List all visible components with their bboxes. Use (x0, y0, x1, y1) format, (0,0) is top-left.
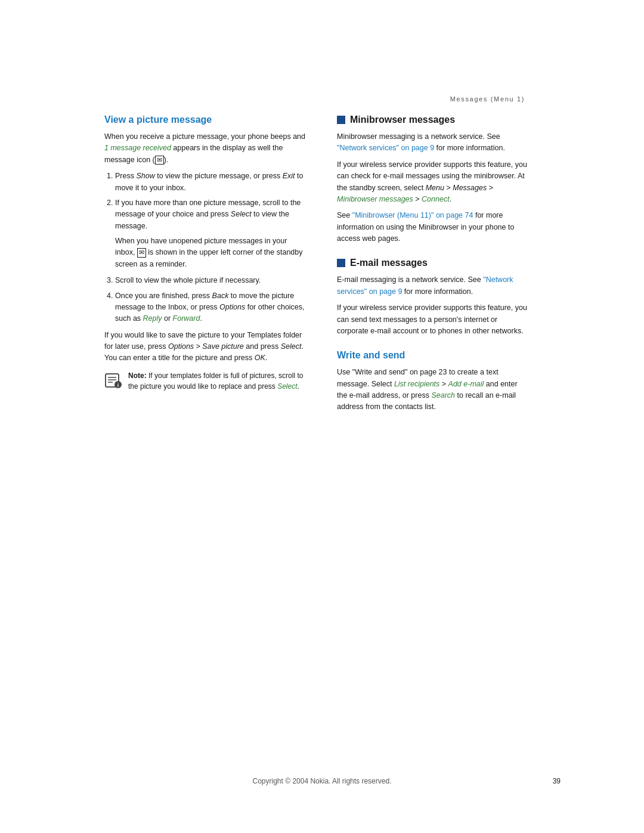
step4-back: Back (212, 292, 229, 300)
header-text: Messages (Menu 1) (450, 95, 525, 103)
intro-paragraph: When you receive a picture message, your… (104, 131, 307, 166)
view-picture-message-title: View a picture message (104, 114, 307, 125)
page-footer: Copyright © 2004 Nokia. All rights reser… (0, 777, 644, 785)
minibrowser-para2: If your wireless service provider suppor… (337, 159, 528, 206)
save-options: Options (168, 342, 194, 351)
envelope-icon: ✉ (155, 156, 164, 165)
step4-forward: Forward (173, 314, 200, 323)
step4-options: Options (219, 303, 245, 311)
minibrowser-box-icon (337, 116, 345, 124)
svg-text:i: i (117, 382, 119, 388)
intro-link: 1 message received (104, 144, 171, 152)
step4-reply: Reply (143, 314, 162, 323)
note-label: Note: (128, 371, 147, 380)
page-number: 39 (553, 777, 561, 785)
email-box-icon (337, 259, 345, 267)
email-link1: "Network services" on page 9 (337, 275, 513, 295)
step2-select: Select (231, 210, 252, 218)
minibrowser-para3: See "Minibrowser (Menu 11)" on page 74 f… (337, 210, 528, 244)
minibrowser-title: Minibrowser messages (350, 114, 455, 125)
minibrowser-connect: Connect (422, 195, 450, 203)
save-picture-link: Save picture (202, 342, 243, 351)
minibrowser-messages-link: Minibrowser messages (337, 195, 413, 203)
step2-text: If you have more than one picture messag… (115, 199, 301, 230)
step2-note-para: When you have unopened picture messages … (115, 236, 307, 270)
write-search: Search (431, 391, 455, 400)
right-column: Minibrowser messages Minibrowser messagi… (337, 114, 528, 418)
step-1: Press Show to view the picture message, … (115, 171, 307, 194)
step1-text: Press Show to view the picture message, … (115, 172, 303, 191)
step-2: If you have more than one picture messag… (115, 197, 307, 270)
step1-show: Show (136, 172, 154, 180)
note-text: Note: If your templates folder is full o… (128, 370, 307, 392)
left-column: View a picture message When you receive … (104, 114, 307, 418)
write-and-send-para1: Use "Write and send" on page 23 to creat… (337, 367, 528, 413)
step4-text: Once you are finished, press Back to mov… (115, 292, 305, 323)
minibrowser-messages: Messages (453, 184, 487, 192)
minibrowser-link1: "Network services" on page 9 (337, 144, 434, 152)
step1-exit: Exit (283, 172, 295, 180)
write-and-send-title: Write and send (337, 350, 528, 361)
write-list-recipients: List recipients (394, 380, 439, 388)
minibrowser-title-container: Minibrowser messages (337, 114, 528, 125)
content-area: View a picture message When you receive … (0, 109, 644, 454)
write-add-email: Add e-mail (448, 380, 484, 388)
email-para1: E-mail messaging is a network service. S… (337, 274, 528, 298)
minibrowser-link2: "Minibrowser (Menu 11)" on page 74 (352, 211, 473, 219)
copyright-text: Copyright © 2004 Nokia. All rights reser… (253, 777, 392, 785)
note-box: i Note: If your templates folder is full… (104, 370, 307, 392)
step2-envelope: ✉ (137, 248, 146, 257)
minibrowser-para1: Minibrowser messaging is a network servi… (337, 131, 528, 154)
save-select: Select (281, 342, 302, 351)
page: Messages (Menu 1) View a picture message… (0, 0, 644, 833)
page-header: Messages (Menu 1) (0, 0, 644, 109)
step-3: Scroll to view the whole picture if nece… (115, 275, 307, 286)
intro-text: When you receive a picture message, your… (104, 132, 305, 141)
steps-list: Press Show to view the picture message, … (104, 171, 307, 325)
intro-text3: ). (164, 156, 169, 164)
minibrowser-menu: Menu (426, 184, 444, 192)
note-icon: i (104, 371, 122, 389)
save-ok: OK (255, 354, 265, 362)
step-4: Once you are finished, press Back to mov… (115, 290, 307, 325)
note-select: Select (277, 382, 297, 391)
step3-text: Scroll to view the whole picture if nece… (115, 276, 261, 284)
email-title-container: E-mail messages (337, 258, 528, 268)
email-para2: If your wireless service provider suppor… (337, 302, 528, 337)
email-title: E-mail messages (350, 258, 428, 268)
save-picture-para: If you would like to save the picture to… (104, 330, 307, 364)
